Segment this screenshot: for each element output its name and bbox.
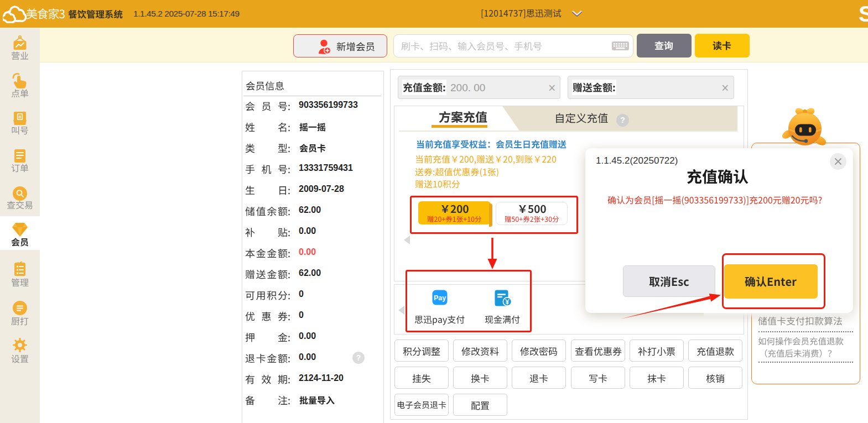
svg-text:8: 8 [19, 114, 22, 119]
svg-text:Pay: Pay [434, 294, 446, 302]
